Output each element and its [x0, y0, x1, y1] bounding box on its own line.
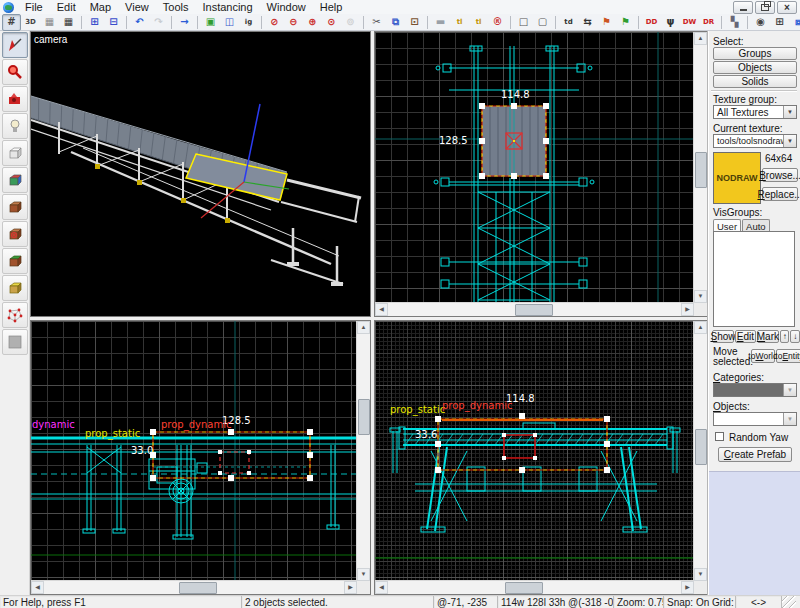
menu-help[interactable]: Help	[313, 1, 350, 14]
objects-combo[interactable]: ▼	[713, 412, 797, 426]
visgroup-edit-button[interactable]: Edit	[735, 330, 756, 343]
menu-map[interactable]: Map	[83, 1, 118, 14]
smaller-grid-button[interactable]: ▦	[40, 14, 59, 31]
move-down-button[interactable]: ↓	[790, 330, 800, 343]
random-yaw-checkbox[interactable]	[715, 432, 724, 441]
viewport-2d-front-canvas[interactable]: 114.8 33.6 prop_static prop_dynamic	[375, 321, 694, 581]
apply-decals-tool[interactable]	[2, 221, 28, 247]
toggle-cordon-button[interactable]: ⊙	[322, 14, 341, 31]
replace-button[interactable]: Replace...	[762, 187, 798, 201]
toentity-button[interactable]: toEntity	[776, 349, 800, 363]
viewport-3d-camera[interactable]: camera	[30, 31, 371, 317]
create-prefab-button[interactable]: Create Prefab	[718, 447, 792, 462]
select-enclosed-button[interactable]: ▢	[533, 14, 552, 31]
categories-combo[interactable]: ▼	[713, 383, 797, 397]
viewport-2d-front[interactable]: 114.8 33.6 prop_static prop_dynamic ▲▼ ◀…	[374, 320, 708, 595]
resize-grip[interactable]	[782, 596, 796, 608]
cut-button[interactable]: ✂	[367, 14, 386, 31]
fade-preview-button[interactable]: ⚑	[597, 14, 616, 31]
apply-overlays-tool[interactable]	[2, 248, 28, 274]
camera-tool[interactable]	[2, 86, 28, 112]
menu-instancing[interactable]: Instancing	[195, 1, 259, 14]
visgroup-mark-button[interactable]: Mark	[757, 330, 779, 343]
load-window-state-button[interactable]: ⊞	[85, 14, 104, 31]
visgroup-list[interactable]	[713, 231, 795, 327]
select-label: Select:	[713, 36, 744, 47]
copy-icon: ⧉	[392, 17, 399, 27]
select-touching-button[interactable]: □	[514, 14, 533, 31]
toolbar-separator	[747, 16, 748, 29]
menu-file[interactable]: File	[18, 1, 50, 14]
top-viewport-hscrollbar[interactable]: ◀▶	[375, 302, 694, 316]
paste-button[interactable]: ⊡	[405, 14, 424, 31]
viewport-2d-top-canvas[interactable]: 114.8 128.5	[375, 32, 694, 303]
entity-tool[interactable]	[2, 113, 28, 139]
instancing-blocks-button[interactable]: ⧈	[789, 14, 800, 31]
world-detail-toggle-button[interactable]: DW	[680, 14, 699, 31]
viewport-2d-side-canvas[interactable]: 128.5 33.0 dynamic prop_static prop_dyna…	[31, 321, 357, 581]
ray-detail-toggle-button[interactable]: DR	[699, 14, 718, 31]
menu-view[interactable]: View	[118, 1, 156, 14]
toworld-button[interactable]: toWorld	[751, 349, 775, 363]
viewport-2d-side[interactable]: 128.5 33.0 dynamic prop_static prop_dyna…	[30, 320, 371, 595]
magnify-tool[interactable]	[2, 59, 28, 85]
chevron-down-icon[interactable]: ▼	[783, 106, 796, 118]
texture-lock-button[interactable]: tl	[450, 14, 469, 31]
show-hidden-button[interactable]: ⊕	[303, 14, 322, 31]
top-viewport-vscrollbar[interactable]: ▲▼	[693, 32, 707, 303]
run-map-button[interactable]: →	[175, 14, 194, 31]
toolbar-separator	[638, 16, 639, 29]
copy-button[interactable]: ⧉	[386, 14, 405, 31]
front-viewport-hscrollbar[interactable]: ◀▶	[375, 580, 694, 594]
clipping-tool[interactable]	[2, 275, 28, 301]
front-viewport-vscrollbar[interactable]: ▲▼	[693, 321, 707, 581]
carve-button[interactable]: ▬	[431, 14, 450, 31]
texture-group-combo[interactable]: All Textures ▼	[713, 105, 797, 119]
minimize-button[interactable]	[733, 1, 753, 14]
vertex-tool[interactable]	[2, 302, 28, 328]
current-texture-combo[interactable]: tools/toolsnodraw ▼	[713, 134, 797, 148]
menu-edit[interactable]: Edit	[50, 1, 83, 14]
select-objects-button[interactable]: Objects	[713, 61, 797, 74]
chevron-down-icon[interactable]: ▼	[783, 135, 796, 147]
hide-selected-button[interactable]: ⊘	[265, 14, 284, 31]
model-fade-preview-button[interactable]: ⚑	[616, 14, 635, 31]
side-viewport-vscrollbar[interactable]: ▲▼	[356, 321, 370, 581]
texture-align-button[interactable]: ⇆	[578, 14, 597, 31]
toggle-3d-grid-button[interactable]: 3D	[21, 14, 40, 31]
split-views-button[interactable]: ▚	[725, 14, 744, 31]
visgroup-show-button[interactable]: Show	[712, 330, 734, 343]
block-tool[interactable]	[2, 140, 28, 166]
hide-unselected-button[interactable]: ⊖	[284, 14, 303, 31]
grid-settings-window-button[interactable]: ⊞	[770, 14, 789, 31]
detail-objects-toggle-button[interactable]: DD	[642, 14, 661, 31]
ungroup-icon: ◫	[225, 17, 234, 27]
toggle-grid-button[interactable]: #	[2, 14, 21, 31]
menu-tools[interactable]: Tools	[156, 1, 196, 14]
group-button[interactable]: ▣	[201, 14, 220, 31]
radius-culling-button[interactable]: ®	[488, 14, 507, 31]
larger-grid-button[interactable]: ▦	[59, 14, 78, 31]
select-solids-button[interactable]: Solids	[713, 75, 797, 88]
texture-application-tool[interactable]	[2, 167, 28, 193]
select-groups-button[interactable]: Groups	[713, 47, 797, 60]
browse-button[interactable]: Browse...	[762, 168, 798, 182]
save-window-state-button[interactable]: ⊟	[104, 14, 123, 31]
move-up-button[interactable]: ↑	[780, 330, 790, 343]
toggle-group-ignore-button[interactable]: ig	[239, 14, 258, 31]
selection-handles-front[interactable]	[435, 413, 610, 473]
navigation-wheel-button[interactable]: ◉	[751, 14, 770, 31]
undo-button[interactable]: ↶	[130, 14, 149, 31]
texture-default-button[interactable]: td	[559, 14, 578, 31]
selection-tool[interactable]	[2, 32, 28, 58]
viewport-2d-top[interactable]: 114.8 128.5 ▲▼ ◀▶	[374, 31, 708, 317]
close-button[interactable]: ×	[777, 1, 797, 14]
ungroup-button[interactable]: ◫	[220, 14, 239, 31]
undo-icon: ↶	[135, 17, 143, 27]
side-viewport-hscrollbar[interactable]: ◀▶	[31, 580, 357, 594]
menu-window[interactable]: Window	[260, 1, 313, 14]
texture-scale-lock-button[interactable]: tl	[469, 14, 488, 31]
apply-current-texture-tool[interactable]	[2, 194, 28, 220]
entity-helpers-toggle-button[interactable]: ψ	[661, 14, 680, 31]
restore-button[interactable]	[755, 1, 775, 14]
